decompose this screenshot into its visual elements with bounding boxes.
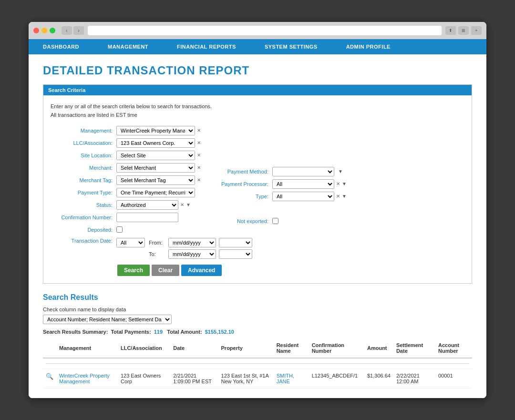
nav-management[interactable]: MANAGEMENT xyxy=(93,39,163,54)
total-payments-label: Total Payments: xyxy=(111,329,151,335)
merchant-select[interactable]: Selet Merchant xyxy=(116,163,195,173)
transaction-date-range-select[interactable]: All xyxy=(116,238,145,247)
nav-financial-reports[interactable]: FINANCIAL REPORTS xyxy=(163,39,250,54)
from-label: From: xyxy=(149,240,165,246)
minimize-button[interactable] xyxy=(41,28,47,33)
type-wrapper: All ✕ ▼ xyxy=(272,192,347,201)
add-button[interactable]: + xyxy=(471,26,482,35)
col-date: Date xyxy=(170,338,218,358)
browser-window: ‹ › ⬆ ⊞ + DASHBOARD MANAGEMENT FINANCIAL… xyxy=(29,22,486,398)
to-date-input[interactable]: mm/dd/yyyy xyxy=(168,249,216,259)
payment-type-label: Payment Type: xyxy=(51,190,113,195)
merchant-clear-btn[interactable]: ✕ xyxy=(196,165,202,170)
management-link[interactable]: WinterCreek Property Management xyxy=(59,373,110,384)
merchant-tag-label: Merchant Tag: xyxy=(51,177,113,183)
column-display-select[interactable]: Account Number; Resident Name; Settlemen… xyxy=(43,315,172,324)
row-resident-name: SMITH, JANE xyxy=(274,369,309,388)
top-nav: DASHBOARD MANAGEMENT FINANCIAL REPORTS S… xyxy=(29,39,486,54)
confirmation-input[interactable] xyxy=(116,213,178,222)
llc-select[interactable]: 123 East Owners Corp. xyxy=(116,138,195,148)
not-exported-label: Not exported: xyxy=(211,218,268,224)
site-location-row: Site Location: Select Site ✕ xyxy=(51,150,202,161)
clear-button[interactable]: Clear xyxy=(152,265,179,276)
payment-type-select[interactable]: One Time Payment; Recurring... xyxy=(116,188,195,197)
search-results-section: Search Results Check column name to disp… xyxy=(43,293,472,389)
col-resident-name: Resident Name xyxy=(274,338,309,358)
deposited-checkbox[interactable] xyxy=(116,226,123,233)
status-row: Status: Authorized ✕ ▼ xyxy=(51,200,202,210)
management-select[interactable]: WinterCreek Property Management xyxy=(116,126,195,135)
address-bar[interactable] xyxy=(88,26,442,35)
share-button[interactable]: ⬆ xyxy=(445,26,456,35)
col-settlement-date: Settlement Date xyxy=(393,338,435,358)
site-location-select[interactable]: Select Site xyxy=(116,151,195,160)
payment-processor-wrapper: All ✕ ▼ xyxy=(272,179,347,189)
payment-method-row: Payment Method: ▼ xyxy=(211,166,347,177)
column-display-label: Check column name to display data xyxy=(43,307,472,312)
not-exported-checkbox[interactable] xyxy=(272,218,278,224)
confirmation-label: Confirmation Number: xyxy=(51,215,113,220)
nav-admin-profile[interactable]: ADMIN PROFILE xyxy=(332,39,405,54)
transaction-date-label: Transaction Date: xyxy=(51,238,113,244)
forward-button[interactable]: › xyxy=(73,26,84,35)
merchant-tag-clear-btn[interactable]: ✕ xyxy=(196,177,202,183)
table-row: 🔍 WinterCreek Property Management 123 Ea… xyxy=(43,369,472,388)
management-label: Management: xyxy=(51,128,113,133)
search-criteria-header: Search Criteria xyxy=(43,85,472,95)
row-icon-cell[interactable]: 🔍 xyxy=(43,369,56,388)
payment-processor-row: Payment Processor: All ✕ ▼ xyxy=(211,179,347,189)
from-time-select[interactable] xyxy=(219,238,252,247)
row-date: 2/21/2021 1:09:00 PM EST xyxy=(170,369,218,388)
page-title: DETAILED TRANSACTION REPORT xyxy=(43,64,472,77)
management-clear-btn[interactable]: ✕ xyxy=(196,128,202,133)
merchant-row: Merchant: Selet Merchant ✕ xyxy=(51,163,202,173)
row-search-icon[interactable]: 🔍 xyxy=(46,373,53,380)
merchant-label: Merchant: xyxy=(51,165,113,171)
from-date-input[interactable]: mm/dd/yyyy xyxy=(168,238,216,247)
llc-clear-btn[interactable]: ✕ xyxy=(196,140,202,145)
type-row: Type: All ✕ ▼ xyxy=(211,191,347,202)
payment-processor-select[interactable]: All xyxy=(272,179,334,189)
site-location-clear-btn[interactable]: ✕ xyxy=(196,153,202,158)
total-payments-value: 119 xyxy=(154,329,163,335)
payment-type-row: Payment Type: One Time Payment; Recurrin… xyxy=(51,187,202,198)
nav-system-settings[interactable]: SYSTEM SETTINGS xyxy=(250,39,332,54)
merchant-wrapper: Selet Merchant ✕ xyxy=(116,163,202,173)
col-property: Property xyxy=(218,338,274,358)
row-account-number: 00001 xyxy=(435,369,472,388)
type-label: Type: xyxy=(211,194,268,199)
status-clear-btn[interactable]: ✕ xyxy=(179,202,185,207)
row-property: 123 East 1st St, #1A New York, NY xyxy=(218,369,274,388)
type-select[interactable]: All xyxy=(272,192,334,201)
management-select-wrapper: WinterCreek Property Management ✕ xyxy=(116,126,202,135)
back-button[interactable]: ‹ xyxy=(62,26,72,35)
payment-method-select[interactable] xyxy=(272,167,334,176)
status-select[interactable]: Authorized xyxy=(116,200,178,210)
row-confirmation: L12345_ABCDEF/1 xyxy=(309,369,364,388)
new-tab-button[interactable]: ⊞ xyxy=(458,26,469,35)
results-table: Management LLC/Association Date Property… xyxy=(43,338,472,389)
advanced-button[interactable]: Advanced xyxy=(181,265,222,276)
col-account-number: Account Number xyxy=(435,338,472,358)
deposited-row: Deposited: xyxy=(51,225,202,235)
action-buttons: Search Clear Advanced xyxy=(117,265,464,276)
browser-chrome: ‹ › ⬆ ⊞ + xyxy=(29,22,486,39)
total-amount-value: $155,152.10 xyxy=(205,329,234,335)
close-button[interactable] xyxy=(33,28,39,33)
search-results-title: Search Results xyxy=(43,293,472,302)
col-amount: Amount xyxy=(364,338,393,358)
search-button[interactable]: Search xyxy=(117,265,150,276)
status-wrapper: Authorized ✕ ▼ xyxy=(116,200,191,210)
resident-name-link[interactable]: SMITH, JANE xyxy=(277,373,294,384)
criteria-right: Payment Method: ▼ Payment Processor: xyxy=(211,125,347,235)
payment-processor-clear-btn[interactable]: ✕ xyxy=(335,181,341,186)
nav-dashboard[interactable]: DASHBOARD xyxy=(29,39,93,54)
maximize-button[interactable] xyxy=(50,28,55,33)
merchant-tag-select[interactable]: Selet Merchant Tag xyxy=(116,175,195,185)
from-date-row: From: mm/dd/yyyy xyxy=(149,238,252,247)
transaction-date-section: Transaction Date: All From: mm/dd/yyyy xyxy=(51,238,464,259)
type-clear-btn[interactable]: ✕ xyxy=(335,194,341,199)
row-amount: $1,306.64 xyxy=(364,369,393,388)
to-time-select[interactable] xyxy=(219,249,252,259)
row-management: WinterCreek Property Management xyxy=(56,369,118,388)
